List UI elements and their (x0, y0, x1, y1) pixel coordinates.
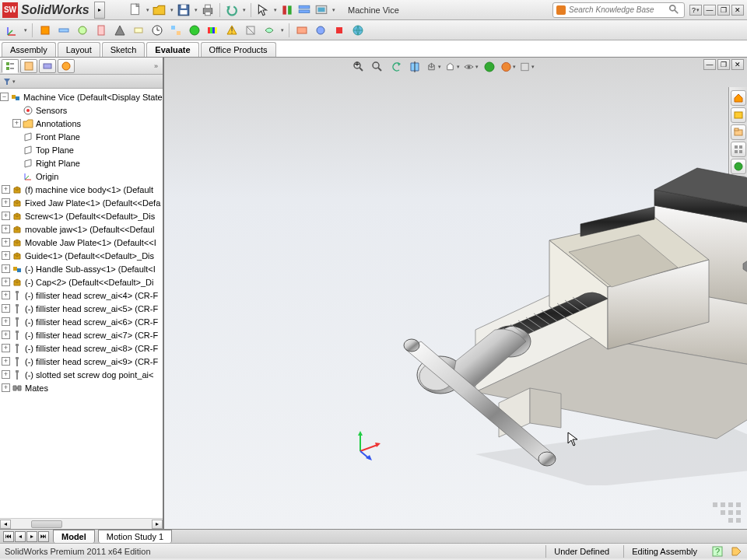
expand-icon[interactable]: + (2, 383, 10, 392)
tree-node-label[interactable]: (-) fillister head screw_ai<7> (CR-F (25, 331, 158, 340)
expand-icon[interactable]: + (2, 198, 10, 207)
hide-show-icon[interactable]: ▾ (463, 59, 479, 75)
tree-node[interactable]: +Annotations (0, 117, 163, 130)
dropdown-arrow-icon[interactable]: ▾ (274, 7, 277, 13)
tree-node-label[interactable]: (-) Handle Sub-assy<1> (Default<I (25, 264, 156, 274)
tree-horizontal-scrollbar[interactable]: ◂ ▸ (0, 518, 163, 529)
minimize-button[interactable]: — (703, 5, 716, 16)
tree-node-label[interactable]: (-) fillister head screw_ai<4> (CR-F (25, 291, 158, 300)
feature-tree[interactable]: − Machine Vice (Default<Display State-1 … (0, 89, 163, 518)
warning-icon[interactable]: ! (224, 23, 240, 38)
tree-node[interactable]: +(-) fillister head screw_ai<9> (CR-F (0, 355, 163, 368)
dimxpert-manager-tab-icon[interactable] (58, 59, 75, 73)
last-tab-button[interactable]: ⏭ (38, 531, 49, 542)
prev-tab-button[interactable]: ◂ (15, 531, 26, 542)
dropdown-arrow-icon[interactable]: ▾ (332, 7, 335, 13)
app-menu-dropdown[interactable]: ▸ (94, 2, 105, 19)
tree-node-label[interactable]: Origin (36, 172, 58, 181)
save-icon[interactable] (177, 3, 191, 17)
tree-node[interactable]: +Guide<1> (Default<<Default>_Dis (0, 249, 163, 262)
tab-sketch[interactable]: Sketch (102, 42, 146, 57)
tree-node[interactable]: +Screw<1> (Default<<Default>_Dis (0, 209, 163, 222)
search-icon[interactable] (668, 4, 681, 16)
motion-study-tab[interactable]: Motion Study 1 (98, 530, 172, 543)
tree-node[interactable]: Top Plane (0, 143, 163, 156)
tree-node[interactable]: +(-) fillister head screw_ai<4> (CR-F (0, 289, 163, 302)
display-style-icon[interactable]: ▾ (444, 59, 460, 75)
tree-node-label[interactable]: Mates (25, 383, 48, 393)
scroll-left-arrow-icon[interactable]: ◂ (0, 520, 11, 529)
expand-icon[interactable]: + (2, 317, 10, 326)
tree-node[interactable]: +(-) Cap<2> (Default<<Default>_Di (0, 275, 163, 289)
tree-node[interactable]: +movable jaw<1> (Default<<Defaul (0, 222, 163, 236)
tree-node[interactable]: +(-) fillister head screw_ai<6> (CR-F (0, 315, 163, 328)
help-button[interactable]: ?▾ (689, 5, 702, 16)
edit-appearance-icon[interactable] (482, 59, 497, 75)
tree-node-label[interactable]: (-) fillister head screw_ai<5> (CR-F (25, 304, 158, 313)
tree-node[interactable]: +(-) Handle Sub-assy<1> (Default<I (0, 262, 163, 275)
tool-icon[interactable] (243, 23, 258, 38)
tab-layout[interactable]: Layout (58, 42, 100, 57)
tree-root-label[interactable]: Machine Vice (Default<Display State-1 (23, 93, 163, 102)
tree-node[interactable]: Sensors (0, 103, 163, 117)
tree-node-label[interactable]: Movable Jaw Plate<1> (Default<<I (25, 238, 156, 247)
model-tab[interactable]: Model (53, 530, 95, 543)
zoom-to-fit-icon[interactable]: + (351, 59, 366, 75)
tab-evaluate[interactable]: Evaluate (146, 42, 198, 57)
tree-node[interactable]: +(-) fillister head screw_ai<7> (CR-F (0, 328, 163, 341)
expand-icon[interactable]: + (12, 119, 21, 128)
expand-icon[interactable]: + (2, 291, 10, 299)
tree-node-label[interactable]: (-) fillister head screw_ai<9> (CR-F (25, 357, 158, 366)
expand-icon[interactable]: + (2, 344, 10, 352)
solidworks-resources-icon[interactable] (731, 90, 746, 106)
tree-node-label[interactable]: Sensors (36, 106, 67, 115)
view-orientation-icon[interactable]: ▾ (426, 59, 441, 75)
tree-node-label[interactable]: (-) fillister head screw_ai<6> (CR-F (25, 317, 158, 327)
dropdown-arrow-icon[interactable]: ▾ (24, 27, 27, 33)
scroll-right-arrow-icon[interactable]: ▸ (152, 520, 163, 529)
tree-node[interactable]: Origin (0, 170, 163, 183)
stop-icon[interactable] (331, 23, 347, 38)
tree-node-label[interactable]: Right Plane (36, 159, 80, 168)
tree-node[interactable]: +(-) fillister head screw_ai<8> (CR-F (0, 341, 163, 355)
expand-icon[interactable]: + (2, 185, 10, 194)
clock-icon[interactable] (149, 23, 165, 38)
dropdown-arrow-icon[interactable]: ▾ (195, 7, 198, 13)
restore-button[interactable]: ❐ (717, 5, 730, 16)
tool-icon[interactable] (93, 23, 109, 38)
tree-node[interactable]: Right Plane (0, 156, 163, 170)
tree-node-label[interactable]: (-) fillister head screw_ai<8> (CR-F (25, 344, 158, 353)
viewport-restore-button[interactable]: ❐ (717, 59, 730, 70)
viewport-minimize-button[interactable]: — (703, 59, 716, 70)
tree-node-label[interactable]: Top Plane (36, 145, 74, 155)
coordinate-triad-icon[interactable] (351, 429, 382, 460)
expand-icon[interactable]: + (2, 212, 10, 220)
new-document-icon[interactable] (128, 3, 142, 17)
help-status-icon[interactable]: ? (711, 545, 724, 558)
close-button[interactable]: ✕ (731, 5, 744, 16)
dropdown-arrow-icon[interactable]: ▾ (146, 7, 149, 13)
tree-node-label[interactable]: Fixed Jaw Plate<1> (Default<<Defa (25, 198, 160, 208)
graphics-viewport[interactable]: + ▾ ▾ ▾ ▾ ▾ — ❐ ✕ (164, 58, 747, 529)
tool-icon[interactable] (112, 23, 128, 38)
tree-node-label[interactable]: movable jaw<1> (Default<<Defaul (25, 225, 154, 234)
tab-office-products[interactable]: Office Products (201, 42, 276, 57)
dropdown-arrow-icon[interactable]: ▾ (243, 7, 246, 13)
search-input[interactable] (569, 5, 668, 14)
viewport-close-button[interactable]: ✕ (731, 59, 744, 70)
scroll-thumb[interactable] (31, 520, 62, 528)
view-settings-icon[interactable]: ▾ (519, 59, 535, 75)
design-library-icon[interactable] (731, 107, 746, 123)
tree-node-label[interactable]: (f) machine vice body<1> (Default (25, 185, 153, 194)
section-view-icon[interactable] (407, 59, 423, 75)
property-manager-tab-icon[interactable] (20, 59, 37, 73)
tool-icon[interactable] (131, 23, 146, 38)
dropdown-arrow-icon[interactable]: ▾ (281, 27, 284, 33)
model-view[interactable] (382, 159, 747, 485)
dropdown-arrow-icon[interactable]: ▾ (170, 7, 174, 13)
knowledge-base-search[interactable] (552, 2, 685, 18)
expand-icon[interactable]: + (2, 225, 10, 233)
options-icon[interactable] (297, 3, 311, 17)
tag-status-icon[interactable] (730, 545, 742, 558)
first-tab-button[interactable]: ⏮ (3, 531, 14, 542)
